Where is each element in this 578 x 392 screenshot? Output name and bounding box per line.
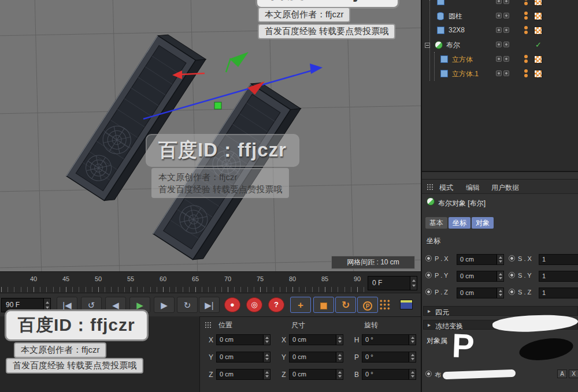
object-name[interactable]: 32X8	[449, 26, 465, 34]
pos-x-field[interactable]: 0 cm	[216, 334, 271, 345]
viewport-3d[interactable]: 网格间距 : 10 cm 百度ID：ffjczr 本文原创作者：ffjczr 首…	[0, 0, 421, 271]
object-name[interactable]: 立方体	[452, 55, 473, 65]
step-forward-button[interactable]: ▶	[154, 297, 175, 313]
size-y-field[interactable]: 0 cm	[289, 352, 343, 363]
rot-p-field[interactable]: 0 °	[362, 352, 416, 363]
menu-mode[interactable]: 模式	[439, 183, 453, 193]
key-radio[interactable]	[509, 272, 515, 278]
stepper[interactable]	[336, 352, 343, 362]
px-field[interactable]: 0 cm	[457, 254, 504, 265]
visibility-dots[interactable]	[496, 56, 509, 62]
pos-x-value[interactable]: 0 cm	[217, 335, 263, 345]
size-z-value[interactable]: 0 cm	[290, 369, 336, 379]
rot-b-field[interactable]: 0 °	[362, 369, 416, 380]
editor-dots[interactable]	[524, 0, 528, 5]
key-radio[interactable]	[509, 289, 515, 295]
rot-p-value[interactable]: 0 °	[362, 352, 409, 362]
render-view-button[interactable]	[400, 300, 413, 309]
pos-z-field[interactable]: 0 cm	[216, 369, 271, 380]
tab-object[interactable]: 对象	[472, 217, 494, 229]
texture-tag-icon[interactable]	[534, 70, 542, 78]
object-row-partial[interactable]	[422, 0, 578, 9]
pos-y-field[interactable]: 0 cm	[216, 352, 271, 363]
editor-dots[interactable]	[524, 69, 528, 77]
rot-b-value[interactable]: 0 °	[362, 369, 409, 379]
move-tool-button[interactable]: +	[290, 297, 311, 313]
size-x-field[interactable]: 0 cm	[289, 334, 343, 345]
stepper[interactable]	[336, 335, 343, 345]
texture-tag-icon[interactable]	[534, 55, 542, 64]
stepper[interactable]	[409, 335, 416, 345]
button-x[interactable]: X	[569, 369, 578, 378]
record-keyframe-button[interactable]: ●	[224, 297, 240, 312]
loop-button[interactable]: ↻	[177, 297, 198, 313]
sz-field[interactable]: 1	[539, 288, 578, 298]
texture-tag-icon[interactable]	[534, 12, 542, 20]
sz-value[interactable]: 1	[539, 288, 578, 298]
sy-field[interactable]: 1	[539, 271, 578, 282]
size-z-field[interactable]: 0 cm	[289, 369, 343, 380]
px-value[interactable]: 0 cm	[457, 255, 497, 264]
rot-h-field[interactable]: 0 °	[362, 334, 416, 345]
goto-end-button[interactable]: ▶|	[199, 297, 220, 313]
stepper[interactable]	[497, 288, 503, 298]
current-frame-value[interactable]: 0 F	[368, 277, 410, 290]
origin-handle[interactable]	[214, 102, 221, 109]
editor-dots[interactable]	[524, 55, 528, 63]
visibility-dots[interactable]	[496, 42, 509, 47]
stepper[interactable]	[409, 352, 416, 362]
quaternion-section[interactable]: ▸ 四元	[423, 306, 578, 316]
pos-z-value[interactable]: 0 cm	[217, 369, 263, 379]
key-radio[interactable]	[509, 255, 515, 262]
size-y-value[interactable]: 0 cm	[290, 352, 336, 362]
object-name[interactable]: 圆柱	[449, 12, 462, 21]
texture-tag-icon[interactable]	[534, 0, 542, 6]
help-button[interactable]: ?	[268, 297, 284, 312]
grid-dots-button[interactable]	[379, 299, 391, 311]
tab-basic[interactable]: 基本	[425, 217, 447, 229]
stepper[interactable]	[263, 369, 270, 379]
parent-tool-button[interactable]: P	[357, 297, 378, 313]
rot-h-value[interactable]: 0 °	[362, 335, 409, 345]
key-radio[interactable]	[425, 289, 432, 295]
stepper[interactable]	[409, 369, 416, 379]
stepper[interactable]	[263, 335, 270, 345]
rotate-tool-button[interactable]: ↻	[335, 297, 356, 313]
stepper[interactable]	[336, 369, 343, 379]
scale-tool-button[interactable]	[313, 297, 334, 313]
pos-y-value[interactable]: 0 cm	[217, 352, 263, 362]
stepper[interactable]	[497, 271, 503, 281]
object-row-cube-1[interactable]: 立方体.1	[422, 67, 578, 81]
visibility-dots[interactable]	[496, 70, 509, 76]
tab-coord[interactable]: 坐标	[449, 217, 470, 229]
key-radio[interactable]	[425, 272, 432, 278]
sy-value[interactable]: 1	[539, 271, 578, 281]
sx-value[interactable]: 1	[539, 255, 578, 264]
menu-userdata[interactable]: 用户数据	[491, 183, 519, 193]
frame-stepper[interactable]	[410, 277, 417, 290]
menu-edit[interactable]: 编辑	[466, 183, 480, 193]
object-row-32x8[interactable]: 32X8	[422, 24, 578, 38]
collapse-toggle[interactable]	[425, 43, 430, 48]
py-field[interactable]: 0 cm	[457, 271, 504, 282]
visibility-dots[interactable]	[496, 13, 509, 18]
visibility-dots[interactable]	[496, 27, 509, 33]
enabled-check-icon[interactable]: ✓	[535, 40, 542, 49]
timeline-ruler[interactable]: 40 45 50 55 60 65 70 75 80 85 90 0 F	[0, 271, 421, 293]
object-name[interactable]: 立方体.1	[452, 69, 479, 79]
object-row-cube[interactable]: 立方体	[422, 53, 578, 66]
key-radio[interactable]	[425, 371, 432, 377]
stepper[interactable]	[263, 352, 270, 362]
key-radio[interactable]	[425, 255, 432, 262]
object-name[interactable]: 布尔	[446, 40, 460, 50]
pz-value[interactable]: 0 cm	[457, 288, 497, 298]
axis-y-handle[interactable]	[226, 52, 249, 72]
object-row-cylinder[interactable]: 圆柱	[422, 9, 578, 23]
size-x-value[interactable]: 0 cm	[290, 335, 336, 345]
py-value[interactable]: 0 cm	[457, 271, 497, 281]
stepper[interactable]	[497, 255, 503, 264]
editor-dots[interactable]	[524, 12, 528, 20]
current-frame-field[interactable]: 0 F	[368, 276, 417, 290]
button-a[interactable]: A	[557, 369, 567, 378]
editor-dots[interactable]	[524, 26, 528, 34]
